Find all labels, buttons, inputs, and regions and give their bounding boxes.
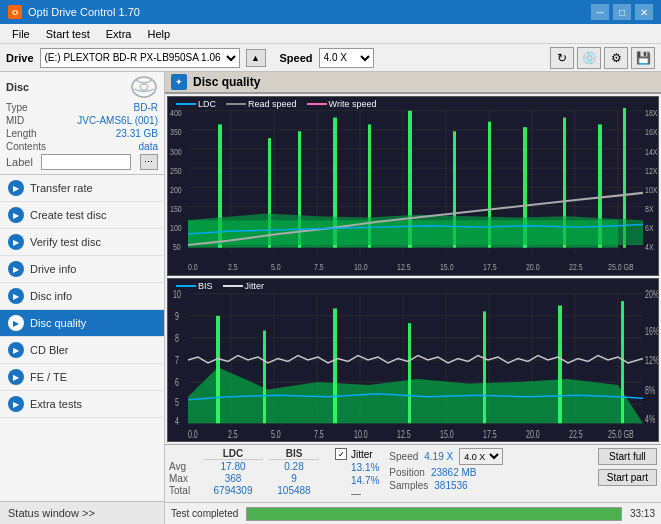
ldc-header: LDC: [203, 448, 263, 460]
speed-selector[interactable]: 4.0 X: [319, 48, 374, 68]
svg-text:18X: 18X: [645, 107, 658, 118]
svg-text:17.5: 17.5: [483, 260, 497, 271]
svg-text:8X: 8X: [645, 203, 654, 214]
max-jitter: 14.7%: [351, 475, 379, 486]
close-button[interactable]: ✕: [635, 4, 653, 20]
drive-select-input[interactable]: (E:) PLEXTOR BD-R PX-LB950SA 1.06: [40, 48, 240, 68]
speed-select-input[interactable]: 4.0 X: [319, 48, 374, 68]
verify-test-disc-label: Verify test disc: [30, 236, 101, 248]
label-input[interactable]: [41, 154, 131, 170]
svg-rect-2: [168, 97, 658, 275]
position-label: Position: [389, 467, 425, 478]
svg-text:6: 6: [175, 377, 179, 389]
svg-text:16X: 16X: [645, 126, 658, 137]
total-bis: 105488: [269, 485, 319, 496]
title-bar: O Opti Drive Control 1.70 ─ □ ✕: [0, 0, 661, 24]
menu-start-test[interactable]: Start test: [38, 26, 98, 42]
jitter-checkbox[interactable]: ✓: [335, 448, 347, 460]
quality-header: ✦ Disc quality: [165, 72, 661, 94]
refresh-icon[interactable]: ↻: [550, 47, 574, 69]
speed-select-dropdown[interactable]: 4.0 X: [459, 448, 503, 465]
maximize-button[interactable]: □: [613, 4, 631, 20]
contents-value: data: [139, 141, 158, 152]
contents-label: Contents: [6, 141, 46, 152]
svg-text:17.5: 17.5: [483, 429, 497, 441]
svg-text:10X: 10X: [645, 184, 658, 195]
jitter-stats: ✓ Jitter 13.1% 14.7% —: [335, 448, 379, 499]
sidebar-item-disc-info[interactable]: ▶ Disc info: [0, 283, 164, 310]
menu-help[interactable]: Help: [139, 26, 178, 42]
disc-quality-icon: ▶: [8, 315, 24, 331]
disc-svg-icon: [130, 76, 158, 98]
jitter-legend: Jitter: [245, 281, 265, 291]
svg-rect-87: [621, 301, 624, 423]
status-window-button[interactable]: Status window >>: [0, 501, 164, 524]
stats-area: LDC BIS Avg 17.80 0.28 Max 368 9 Total: [165, 444, 661, 502]
position-value: 23862 MB: [431, 467, 477, 478]
svg-text:15.0: 15.0: [440, 260, 454, 271]
mid-value: JVC-AMS6L (001): [77, 115, 158, 126]
svg-text:6X: 6X: [645, 222, 654, 233]
svg-text:2.5: 2.5: [228, 260, 238, 271]
sidebar-item-create-test-disc[interactable]: ▶ Create test disc: [0, 202, 164, 229]
minimize-button[interactable]: ─: [591, 4, 609, 20]
main-content: ✦ Disc quality LDC Read speed: [165, 72, 661, 524]
sidebar-item-transfer-rate[interactable]: ▶ Transfer rate: [0, 175, 164, 202]
create-test-disc-icon: ▶: [8, 207, 24, 223]
svg-rect-82: [263, 331, 266, 424]
bis-header: BIS: [269, 448, 319, 460]
svg-text:22.5: 22.5: [569, 260, 583, 271]
drive-selector[interactable]: (E:) PLEXTOR BD-R PX-LB950SA 1.06: [40, 48, 240, 68]
sidebar-item-cd-bler[interactable]: ▶ CD Bler: [0, 337, 164, 364]
disc-icon[interactable]: 💿: [577, 47, 601, 69]
svg-text:0.0: 0.0: [188, 429, 198, 441]
sidebar-item-disc-quality[interactable]: ▶ Disc quality: [0, 310, 164, 337]
drive-label: Drive: [6, 52, 34, 64]
verify-test-disc-icon: ▶: [8, 234, 24, 250]
svg-text:250: 250: [170, 165, 182, 176]
svg-rect-83: [333, 309, 337, 424]
sidebar-item-fe-te[interactable]: ▶ FE / TE: [0, 364, 164, 391]
svg-text:8: 8: [175, 333, 179, 345]
avg-jitter: 13.1%: [351, 462, 379, 473]
cd-bler-label: CD Bler: [30, 344, 69, 356]
avg-ldc: 17.80: [203, 461, 263, 472]
svg-text:4X: 4X: [645, 241, 654, 252]
transfer-rate-label: Transfer rate: [30, 182, 93, 194]
svg-text:8%: 8%: [645, 385, 655, 397]
svg-text:4: 4: [175, 415, 179, 427]
disc-section: Disc Type BD-R MID JVC-AMS6L (001): [0, 72, 164, 175]
svg-text:100: 100: [170, 222, 182, 233]
max-ldc: 368: [203, 473, 263, 484]
avg-bis: 0.28: [269, 461, 319, 472]
settings-icon[interactable]: ⚙: [604, 47, 628, 69]
type-label: Type: [6, 102, 28, 113]
bottom-chart-svg: 0.0 2.5 5.0 7.5 10.0 12.5 15.0 17.5 20.0…: [168, 279, 658, 441]
avg-label: Avg: [169, 461, 197, 472]
sidebar: Disc Type BD-R MID JVC-AMS6L (001): [0, 72, 165, 524]
label-button[interactable]: ⋯: [140, 154, 158, 170]
svg-text:10.0: 10.0: [354, 260, 368, 271]
write-legend: Write speed: [329, 99, 377, 109]
disc-quality-label: Disc quality: [30, 317, 86, 329]
transfer-rate-icon: ▶: [8, 180, 24, 196]
sidebar-item-extra-tests[interactable]: ▶ Extra tests: [0, 391, 164, 418]
ldc-bis-stats: LDC BIS Avg 17.80 0.28 Max 368 9 Total: [169, 448, 329, 496]
save-icon[interactable]: 💾: [631, 47, 655, 69]
menu-file[interactable]: File: [4, 26, 38, 42]
menu-extra[interactable]: Extra: [98, 26, 140, 42]
sidebar-item-verify-test-disc[interactable]: ▶ Verify test disc: [0, 229, 164, 256]
disc-title: Disc: [6, 81, 29, 93]
speed-position-stats: Speed 4.19 X 4.0 X Position 23862 MB Sam…: [389, 448, 503, 491]
eject-icon[interactable]: ▲: [246, 49, 266, 67]
create-test-disc-label: Create test disc: [30, 209, 106, 221]
cd-bler-icon: ▶: [8, 342, 24, 358]
app-title: Opti Drive Control 1.70: [28, 6, 140, 18]
sidebar-item-drive-info[interactable]: ▶ Drive info: [0, 256, 164, 283]
extra-tests-label: Extra tests: [30, 398, 82, 410]
start-part-button[interactable]: Start part: [598, 469, 657, 486]
top-chart-legend: LDC Read speed Write speed: [176, 99, 376, 109]
svg-text:12%: 12%: [645, 355, 658, 367]
svg-text:25.0 GB: 25.0 GB: [608, 429, 634, 441]
start-full-button[interactable]: Start full: [598, 448, 657, 465]
